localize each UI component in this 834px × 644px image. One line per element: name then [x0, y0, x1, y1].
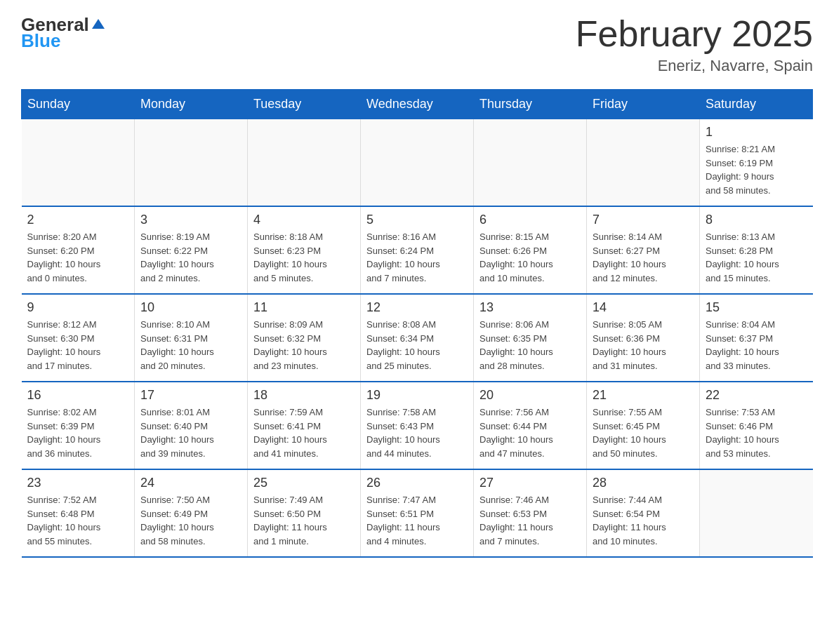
calendar-subtitle: Eneriz, Navarre, Spain: [576, 57, 813, 75]
day-number: 7: [593, 213, 694, 227]
day-info: Sunrise: 7:56 AM Sunset: 6:44 PM Dayligh…: [479, 405, 581, 460]
day-info: Sunrise: 7:44 AM Sunset: 6:54 PM Dayligh…: [593, 493, 694, 548]
day-number: 23: [27, 476, 129, 490]
day-info: Sunrise: 7:52 AM Sunset: 6:48 PM Dayligh…: [27, 493, 129, 548]
calendar-cell: 28Sunrise: 7:44 AM Sunset: 6:54 PM Dayli…: [587, 469, 700, 557]
day-info: Sunrise: 7:55 AM Sunset: 6:45 PM Dayligh…: [593, 405, 694, 460]
calendar-cell: 5Sunrise: 8:16 AM Sunset: 6:24 PM Daylig…: [361, 206, 474, 294]
day-number: 4: [253, 213, 355, 227]
day-number: 2: [27, 213, 129, 227]
day-number: 1: [706, 125, 807, 140]
day-info: Sunrise: 7:49 AM Sunset: 6:50 PM Dayligh…: [253, 493, 355, 548]
day-number: 13: [479, 300, 581, 315]
calendar-cell: [248, 119, 361, 207]
day-number: 26: [366, 476, 468, 490]
day-info: Sunrise: 7:58 AM Sunset: 6:43 PM Dayligh…: [366, 405, 468, 460]
calendar-cell: 15Sunrise: 8:04 AM Sunset: 6:37 PM Dayli…: [700, 294, 813, 382]
calendar-cell: [587, 119, 700, 207]
calendar-cell: 8Sunrise: 8:13 AM Sunset: 6:28 PM Daylig…: [700, 206, 813, 294]
calendar-cell: 23Sunrise: 7:52 AM Sunset: 6:48 PM Dayli…: [22, 469, 135, 557]
day-number: 9: [27, 300, 129, 315]
day-number: 12: [366, 300, 468, 315]
weekday-header-row: SundayMondayTuesdayWednesdayThursdayFrid…: [22, 90, 813, 119]
day-info: Sunrise: 8:21 AM Sunset: 6:19 PM Dayligh…: [706, 142, 807, 197]
day-number: 17: [140, 388, 241, 403]
day-info: Sunrise: 8:04 AM Sunset: 6:37 PM Dayligh…: [706, 318, 807, 373]
calendar-cell: 10Sunrise: 8:10 AM Sunset: 6:31 PM Dayli…: [135, 294, 248, 382]
calendar-cell: 14Sunrise: 8:05 AM Sunset: 6:36 PM Dayli…: [587, 294, 700, 382]
day-number: 27: [479, 476, 581, 490]
calendar-cell: 4Sunrise: 8:18 AM Sunset: 6:23 PM Daylig…: [248, 206, 361, 294]
weekday-header-wednesday: Wednesday: [361, 90, 474, 119]
calendar-cell: 18Sunrise: 7:59 AM Sunset: 6:41 PM Dayli…: [248, 382, 361, 469]
day-number: 21: [593, 388, 694, 403]
day-info: Sunrise: 8:15 AM Sunset: 6:26 PM Dayligh…: [479, 230, 581, 285]
weekday-header-friday: Friday: [587, 90, 700, 119]
day-info: Sunrise: 8:18 AM Sunset: 6:23 PM Dayligh…: [253, 230, 355, 285]
calendar-cell: 3Sunrise: 8:19 AM Sunset: 6:22 PM Daylig…: [135, 206, 248, 294]
day-number: 19: [366, 388, 468, 403]
day-info: Sunrise: 8:05 AM Sunset: 6:36 PM Dayligh…: [593, 318, 694, 373]
weekday-header-tuesday: Tuesday: [248, 90, 361, 119]
day-info: Sunrise: 7:53 AM Sunset: 6:46 PM Dayligh…: [706, 405, 807, 460]
day-info: Sunrise: 7:47 AM Sunset: 6:51 PM Dayligh…: [366, 493, 468, 548]
day-info: Sunrise: 8:09 AM Sunset: 6:32 PM Dayligh…: [253, 318, 355, 373]
logo-blue-text: Blue: [21, 30, 60, 52]
day-number: 25: [253, 476, 355, 490]
logo-triangle-icon: [91, 16, 106, 32]
day-info: Sunrise: 8:16 AM Sunset: 6:24 PM Dayligh…: [366, 230, 468, 285]
day-info: Sunrise: 8:14 AM Sunset: 6:27 PM Dayligh…: [593, 230, 694, 285]
day-number: 24: [140, 476, 241, 490]
logo: General Blue: [21, 14, 106, 52]
calendar-cell: 21Sunrise: 7:55 AM Sunset: 6:45 PM Dayli…: [587, 382, 700, 469]
week-row-2: 9Sunrise: 8:12 AM Sunset: 6:30 PM Daylig…: [22, 294, 813, 382]
day-info: Sunrise: 8:01 AM Sunset: 6:40 PM Dayligh…: [140, 405, 241, 460]
calendar-cell: [135, 119, 248, 207]
day-info: Sunrise: 8:06 AM Sunset: 6:35 PM Dayligh…: [479, 318, 581, 373]
calendar-cell: 2Sunrise: 8:20 AM Sunset: 6:20 PM Daylig…: [22, 206, 135, 294]
day-number: 3: [140, 213, 241, 227]
weekday-header-thursday: Thursday: [474, 90, 587, 119]
day-info: Sunrise: 8:02 AM Sunset: 6:39 PM Dayligh…: [27, 405, 129, 460]
calendar-table: SundayMondayTuesdayWednesdayThursdayFrid…: [21, 89, 813, 558]
day-info: Sunrise: 7:46 AM Sunset: 6:53 PM Dayligh…: [479, 493, 581, 548]
week-row-1: 2Sunrise: 8:20 AM Sunset: 6:20 PM Daylig…: [22, 206, 813, 294]
calendar-cell: 6Sunrise: 8:15 AM Sunset: 6:26 PM Daylig…: [474, 206, 587, 294]
calendar-cell: 24Sunrise: 7:50 AM Sunset: 6:49 PM Dayli…: [135, 469, 248, 557]
title-section: February 2025 Eneriz, Navarre, Spain: [576, 14, 813, 75]
calendar-cell: 19Sunrise: 7:58 AM Sunset: 6:43 PM Dayli…: [361, 382, 474, 469]
week-row-0: 1Sunrise: 8:21 AM Sunset: 6:19 PM Daylig…: [22, 119, 813, 207]
calendar-cell: 25Sunrise: 7:49 AM Sunset: 6:50 PM Dayli…: [248, 469, 361, 557]
day-info: Sunrise: 7:50 AM Sunset: 6:49 PM Dayligh…: [140, 493, 241, 548]
day-info: Sunrise: 8:13 AM Sunset: 6:28 PM Dayligh…: [706, 230, 807, 285]
day-info: Sunrise: 8:10 AM Sunset: 6:31 PM Dayligh…: [140, 318, 241, 373]
calendar-cell: 16Sunrise: 8:02 AM Sunset: 6:39 PM Dayli…: [22, 382, 135, 469]
day-info: Sunrise: 8:19 AM Sunset: 6:22 PM Dayligh…: [140, 230, 241, 285]
calendar-cell: [700, 469, 813, 557]
day-number: 22: [706, 388, 807, 403]
weekday-header-monday: Monday: [135, 90, 248, 119]
day-number: 14: [593, 300, 694, 315]
day-number: 10: [140, 300, 241, 315]
calendar-cell: [474, 119, 587, 207]
calendar-cell: 27Sunrise: 7:46 AM Sunset: 6:53 PM Dayli…: [474, 469, 587, 557]
day-number: 11: [253, 300, 355, 315]
day-info: Sunrise: 8:12 AM Sunset: 6:30 PM Dayligh…: [27, 318, 129, 373]
calendar-title: February 2025: [576, 14, 813, 54]
day-number: 18: [253, 388, 355, 403]
calendar-cell: [361, 119, 474, 207]
day-number: 28: [593, 476, 694, 490]
calendar-cell: 20Sunrise: 7:56 AM Sunset: 6:44 PM Dayli…: [474, 382, 587, 469]
calendar-cell: 26Sunrise: 7:47 AM Sunset: 6:51 PM Dayli…: [361, 469, 474, 557]
calendar-cell: 7Sunrise: 8:14 AM Sunset: 6:27 PM Daylig…: [587, 206, 700, 294]
week-row-4: 23Sunrise: 7:52 AM Sunset: 6:48 PM Dayli…: [22, 469, 813, 557]
calendar-cell: [22, 119, 135, 207]
day-number: 16: [27, 388, 129, 403]
calendar-cell: 17Sunrise: 8:01 AM Sunset: 6:40 PM Dayli…: [135, 382, 248, 469]
calendar-cell: 9Sunrise: 8:12 AM Sunset: 6:30 PM Daylig…: [22, 294, 135, 382]
page-header: General Blue February 2025 Eneriz, Navar…: [21, 14, 813, 75]
calendar-cell: 13Sunrise: 8:06 AM Sunset: 6:35 PM Dayli…: [474, 294, 587, 382]
calendar-cell: 11Sunrise: 8:09 AM Sunset: 6:32 PM Dayli…: [248, 294, 361, 382]
day-info: Sunrise: 8:08 AM Sunset: 6:34 PM Dayligh…: [366, 318, 468, 373]
calendar-cell: 22Sunrise: 7:53 AM Sunset: 6:46 PM Dayli…: [700, 382, 813, 469]
